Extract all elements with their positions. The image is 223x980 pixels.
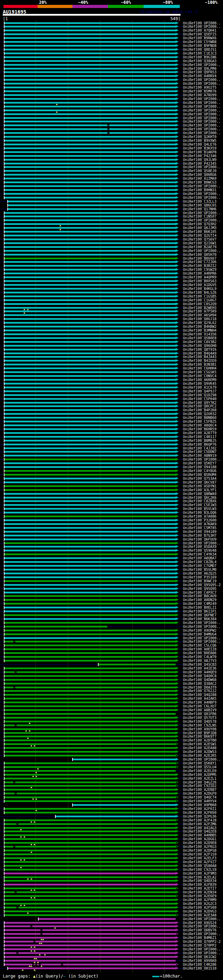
hit-bar[interactable]	[5, 766, 176, 768]
hit-label[interactable]: UniRef100_B1AKP8	[183, 150, 217, 154]
hit-label[interactable]: UniRef100_Q4DX34	[183, 879, 217, 883]
hit-label[interactable]: UniRef100_O94188	[183, 465, 217, 469]
hit-label[interactable]: UniRef100_C5E1W3	[183, 503, 217, 507]
hit-label[interactable]: UniRef100_UPI000..	[183, 127, 221, 131]
hit-bar[interactable]	[5, 656, 176, 658]
hit-label[interactable]: UniRef100_A2DPM5	[183, 773, 217, 776]
hit-label[interactable]: UniRef100_UPI000..	[183, 924, 221, 928]
hit-label[interactable]: UniRef100_C9ZID2	[183, 784, 217, 788]
hit-label[interactable]: UniRef100_B6K9T7	[183, 735, 217, 738]
hit-bar[interactable]	[5, 417, 176, 418]
hit-label[interactable]: UniRef100_A4IE36	[183, 667, 217, 670]
hit-label[interactable]: UniRef100_A2DVG3	[183, 909, 217, 913]
hit-label[interactable]: UniRef100_B3MNH4	[183, 329, 217, 332]
hit-label[interactable]: UniRef100_Q4D578	[183, 720, 217, 724]
hit-label[interactable]: UniRef100_A9US24	[183, 921, 217, 925]
hit-label[interactable]: UniRef100_Q4SCB3	[183, 663, 217, 667]
hit-label[interactable]: UniRef100_A5DYN1	[183, 484, 217, 488]
hit-bar[interactable]	[5, 671, 176, 673]
hit-label[interactable]: UniRef100_Q2U032	[183, 412, 217, 416]
hit-bar[interactable]	[5, 258, 176, 259]
hit-bar[interactable]	[5, 235, 176, 236]
hit-bar[interactable]	[5, 402, 176, 404]
hit-bar[interactable]	[5, 280, 176, 282]
hit-bar[interactable]	[5, 633, 176, 635]
hit-label[interactable]: UniRef100_B9RWX6	[183, 36, 217, 40]
hit-label[interactable]: UniRef100_A2FVZ7	[183, 860, 217, 864]
hit-label[interactable]: UniRef100_C1EJC3	[183, 51, 217, 55]
hit-label[interactable]: UniRef100_Q70PP2-2	[183, 940, 221, 943]
hit-label[interactable]: UniRef100_Q4Q0C8	[183, 674, 217, 678]
hit-label[interactable]: UniRef100_A4QPR9	[183, 275, 217, 279]
hit-label[interactable]: UniRef100_UPI000..	[183, 105, 221, 108]
hit-bar[interactable]	[5, 405, 176, 407]
hit-bar[interactable]	[5, 531, 176, 533]
hit-bar[interactable]	[5, 246, 176, 248]
hit-bar[interactable]	[5, 709, 176, 711]
hit-label[interactable]: UniRef100_Q2GTI4	[183, 234, 217, 237]
hit-bar[interactable]	[5, 163, 176, 164]
hit-bar[interactable]	[5, 37, 176, 39]
hit-label[interactable]: UniRef100_Q8T9I6	[183, 348, 217, 352]
hit-label[interactable]: UniRef100_Q580A8	[183, 864, 217, 868]
hit-bar[interactable]	[5, 345, 176, 347]
hit-label[interactable]: UniRef100_Q4DW68	[183, 678, 217, 682]
hit-label[interactable]: UniRef100_C4JJ02	[183, 446, 217, 450]
hit-label[interactable]: UniRef100_C5YWR8	[183, 40, 217, 44]
hit-bar[interactable]	[5, 360, 176, 361]
hit-bar[interactable]	[5, 523, 176, 525]
hit-label[interactable]: UniRef100_A9PB68	[183, 803, 217, 807]
hit-bar[interactable]	[5, 383, 176, 385]
hit-label[interactable]: UniRef100_Q4QCT4	[183, 795, 217, 799]
hit-label[interactable]: UniRef100_C8ZBX6	[183, 499, 217, 503]
hit-bar[interactable]	[5, 106, 176, 107]
hit-label[interactable]: UniRef100_A2ESW1	[183, 742, 217, 746]
hit-label[interactable]: UniRef100_C4M249	[183, 602, 217, 606]
hit-label[interactable]: UniRef100_A2FK60	[183, 811, 217, 815]
hit-label[interactable]: UniRef100_A2F4J8	[183, 818, 217, 822]
hit-label[interactable]: UniRef100_UPI000..	[183, 101, 221, 105]
hit-bar[interactable]	[5, 189, 176, 191]
hit-bar[interactable]	[5, 834, 176, 836]
hit-label[interactable]: UniRef100_O01510	[183, 966, 217, 970]
hit-label[interactable]: UniRef100_Q95Q95	[183, 587, 217, 591]
hit-label[interactable]: UniRef100_A9U2T5	[183, 86, 217, 89]
hit-bar[interactable]	[5, 717, 176, 719]
hit-bar[interactable]	[5, 353, 176, 354]
hit-bar[interactable]	[5, 425, 176, 426]
hit-label[interactable]: UniRef100_C5M785	[183, 526, 217, 530]
hit-label[interactable]: UniRef100_A6ZQ25	[183, 571, 217, 575]
hit-label[interactable]: UniRef100_P35169	[183, 575, 217, 579]
hit-label[interactable]: UniRef100_A7F5R9	[183, 309, 217, 313]
hit-label[interactable]: UniRef100_B9VXW5	[183, 139, 217, 143]
hit-bar[interactable]	[5, 398, 176, 400]
hit-bar[interactable]	[5, 451, 176, 453]
hit-bar[interactable]	[5, 56, 176, 58]
hit-bar[interactable]	[5, 174, 176, 175]
hit-label[interactable]: UniRef100_Q7S6V7	[183, 237, 217, 241]
hit-label[interactable]: UniRef100_Q70PP2	[183, 943, 217, 947]
hit-label[interactable]: UniRef100_Q753A4	[183, 477, 217, 480]
hit-label[interactable]: UniRef100_B4KGL9	[183, 287, 217, 291]
hit-label[interactable]: UniRef100_UPI000..	[183, 621, 221, 625]
hit-bar[interactable]	[5, 694, 176, 696]
hit-bar[interactable]	[5, 444, 176, 445]
hit-label[interactable]: UniRef100_A4RRV4	[183, 74, 217, 78]
hit-bar[interactable]	[5, 675, 176, 677]
hit-bar[interactable]	[5, 952, 176, 954]
hit-bar[interactable]	[5, 865, 176, 867]
hit-bar[interactable]	[5, 781, 176, 783]
hit-bar[interactable]	[5, 83, 176, 84]
hit-label[interactable]: UniRef100_UPI000..	[183, 108, 221, 112]
hit-bar[interactable]	[5, 830, 176, 832]
hit-bar[interactable]	[5, 140, 176, 142]
hit-label[interactable]: UniRef100_Q86C65	[183, 204, 217, 207]
hit-bar[interactable]	[5, 569, 176, 571]
hit-bar[interactable]	[5, 554, 176, 555]
hit-label[interactable]: UniRef100_A7KAK9	[183, 522, 217, 526]
hit-bar[interactable]	[5, 550, 176, 551]
hit-label[interactable]: UniRef100_A2F1S9	[183, 853, 217, 856]
hit-bar[interactable]	[5, 622, 176, 624]
hit-bar[interactable]	[5, 660, 176, 662]
hit-label[interactable]: UniRef100_B5M076	[183, 89, 217, 93]
